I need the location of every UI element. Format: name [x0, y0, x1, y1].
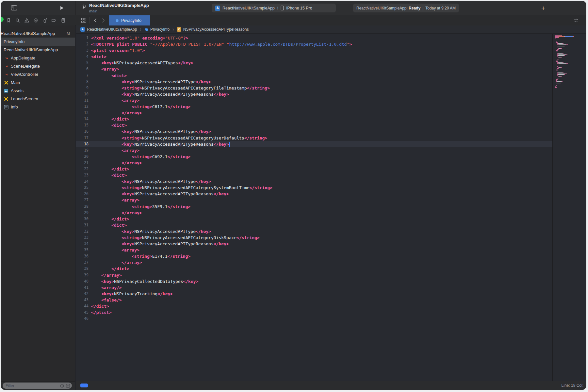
- line-number[interactable]: 30: [76, 216, 89, 222]
- code-line[interactable]: 39</array>: [76, 272, 552, 278]
- line-number[interactable]: 6: [76, 66, 89, 72]
- sidebar-item-launchscreen[interactable]: LaunchScreen: [1, 95, 75, 103]
- code-line[interactable]: 1<?xml version="1.0" encoding="UTF-8"?>: [76, 35, 552, 41]
- line-number[interactable]: 34: [76, 241, 89, 247]
- code-line[interactable]: 14</dict>: [76, 116, 552, 122]
- test-diamond-icon[interactable]: [33, 18, 39, 23]
- code-line[interactable]: 16<key>NSPrivacyAccessedAPIType</key>: [76, 128, 552, 135]
- warning-icon[interactable]: [24, 18, 29, 23]
- code-line[interactable]: 42<key>NSPrivacyTracking</key>: [76, 291, 552, 297]
- code-line[interactable]: 35<array>: [76, 247, 552, 253]
- code-line[interactable]: 27<array>: [76, 197, 552, 203]
- line-number[interactable]: 4: [76, 54, 89, 60]
- line-number[interactable]: 13: [76, 110, 89, 116]
- library-add-button[interactable]: +: [539, 4, 547, 12]
- code-line[interactable]: 28<string>35F9.1</string>: [76, 204, 552, 210]
- line-number[interactable]: 14: [76, 116, 89, 122]
- breadcrumb-item[interactable]: AReactNativeUIKitSampleApp: [80, 27, 137, 32]
- code-line[interactable]: 32<key>NSPrivacyAccessedAPIType</key>: [76, 228, 552, 235]
- line-number[interactable]: 19: [76, 147, 89, 154]
- line-number[interactable]: 28: [76, 204, 89, 210]
- clock-icon[interactable]: [60, 384, 64, 388]
- sidebar-item-reactnativeuikitsampleapp[interactable]: ReactNativeUIKitSampleApp: [1, 46, 75, 54]
- breakpoint-tag-icon[interactable]: [51, 18, 57, 23]
- line-number[interactable]: 15: [76, 122, 89, 128]
- code-line[interactable]: 22</dict>: [76, 166, 552, 172]
- code-line[interactable]: 21</array>: [76, 160, 552, 166]
- line-number[interactable]: 46: [76, 316, 89, 322]
- code-line[interactable]: 19<array>: [76, 147, 552, 154]
- code-line[interactable]: 11<array>: [76, 97, 552, 104]
- code-line[interactable]: 25<string>NSPrivacyAccessedAPICategorySy…: [76, 185, 552, 191]
- line-number[interactable]: 26: [76, 191, 89, 197]
- code-line[interactable]: 3<plist version="1.0">: [76, 47, 552, 54]
- line-number[interactable]: 1: [76, 35, 89, 41]
- line-number[interactable]: 37: [76, 259, 89, 266]
- line-number[interactable]: 33: [76, 235, 89, 241]
- line-number[interactable]: 17: [76, 135, 89, 141]
- code-line[interactable]: 18<key>NSPrivacyAccessedAPITypeReasons</…: [76, 141, 552, 147]
- report-doc-icon[interactable]: [61, 18, 66, 23]
- scheme-selector[interactable]: A ReactNativeUIKitSampleApp 〉 iPhone 15 …: [212, 4, 336, 12]
- sidebar-toggle-icon[interactable]: [11, 5, 17, 11]
- line-number[interactable]: 11: [76, 97, 89, 104]
- sidebar-item-appdelegate[interactable]: AppDelegate: [1, 54, 75, 62]
- breadcrumb-item[interactable]: KNSPrivacyAccessedAPITypeReasons: [177, 27, 249, 32]
- search-icon[interactable]: [15, 18, 20, 23]
- sidebar-item-scenedelegate[interactable]: SceneDelegate: [1, 62, 75, 70]
- line-number[interactable]: 42: [76, 291, 89, 297]
- sidebar-item-info[interactable]: Info: [1, 103, 75, 111]
- code-line[interactable]: 26<key>NSPrivacyAccessedAPITypeReasons</…: [76, 191, 552, 197]
- code-line[interactable]: 43<false/>: [76, 297, 552, 303]
- sidebar-item-privacyinfo[interactable]: PrivacyInfo: [1, 38, 75, 46]
- run-button[interactable]: [59, 5, 64, 11]
- code-line[interactable]: 17<string>NSPrivacyAccessedAPICategoryUs…: [76, 135, 552, 141]
- code-line[interactable]: 4<dict>: [76, 54, 552, 60]
- tab-privacyinfo[interactable]: PrivacyInfo: [109, 15, 150, 25]
- scheme-target[interactable]: ReactNativeUIKitSampleApp: [222, 6, 275, 10]
- line-number[interactable]: 45: [76, 309, 89, 316]
- minimap[interactable]: [552, 34, 586, 381]
- line-number[interactable]: 27: [76, 197, 89, 203]
- sidebar-item-main[interactable]: Main: [1, 78, 75, 87]
- line-number[interactable]: 35: [76, 247, 89, 253]
- code-line[interactable]: 31<dict>: [76, 222, 552, 228]
- line-number[interactable]: 20: [76, 154, 89, 160]
- code-line[interactable]: 15<dict>: [76, 122, 552, 128]
- code-line[interactable]: 29</array>: [76, 210, 552, 216]
- line-number[interactable]: 23: [76, 172, 89, 178]
- line-number[interactable]: 18: [76, 141, 89, 147]
- code-line[interactable]: 8<key>NSPrivacyAccessedAPIType</key>: [76, 79, 552, 85]
- debug-spray-icon[interactable]: [42, 18, 47, 23]
- line-number[interactable]: 38: [76, 266, 89, 272]
- sidebar-item-viewcontroller[interactable]: ViewController: [1, 70, 75, 78]
- code-line[interactable]: 41<array/>: [76, 285, 552, 291]
- line-number[interactable]: 24: [76, 178, 89, 185]
- line-number[interactable]: 22: [76, 166, 89, 172]
- sidebar-item-assets[interactable]: Assets: [1, 87, 75, 95]
- breadcrumb-item[interactable]: PrivacyInfo: [144, 27, 170, 32]
- code-line[interactable]: 24<key>NSPrivacyAccessedAPIType</key>: [76, 178, 552, 185]
- forward-chevron-icon[interactable]: [101, 18, 106, 23]
- code-line[interactable]: 34<key>NSPrivacyAccessedAPITypeReasons</…: [76, 241, 552, 247]
- line-number[interactable]: 16: [76, 128, 89, 135]
- back-chevron-icon[interactable]: [93, 18, 98, 23]
- line-number[interactable]: 21: [76, 160, 89, 166]
- code-line[interactable]: 10<key>NSPrivacyAccessedAPITypeReasons</…: [76, 91, 552, 97]
- line-number[interactable]: 29: [76, 210, 89, 216]
- line-number[interactable]: 32: [76, 228, 89, 235]
- sidebar-item-reactnativeuikitsampleapp[interactable]: ReactNativeUIKitSampleAppM: [1, 29, 75, 38]
- code-line[interactable]: 9<string>NSPrivacyAccessedAPICategoryFil…: [76, 85, 552, 91]
- code-line[interactable]: 33<string>NSPrivacyAccessedAPICategoryDi…: [76, 235, 552, 241]
- code-line[interactable]: 45</plist>: [76, 309, 552, 316]
- line-number[interactable]: 31: [76, 222, 89, 228]
- code-line[interactable]: 2<!DOCTYPE plist PUBLIC "-//Apple//DTD P…: [76, 41, 552, 47]
- line-number[interactable]: 8: [76, 79, 89, 85]
- line-number[interactable]: 25: [76, 185, 89, 191]
- line-number[interactable]: 10: [76, 91, 89, 97]
- bookmark-icon[interactable]: [6, 18, 11, 23]
- code-line[interactable]: 6<array>: [76, 66, 552, 72]
- code-area[interactable]: 1<?xml version="1.0" encoding="UTF-8"?>2…: [76, 34, 552, 381]
- activity-status[interactable]: ReactNativeUIKitSampleApp: Ready | Today…: [353, 4, 459, 12]
- line-number[interactable]: 7: [76, 73, 89, 79]
